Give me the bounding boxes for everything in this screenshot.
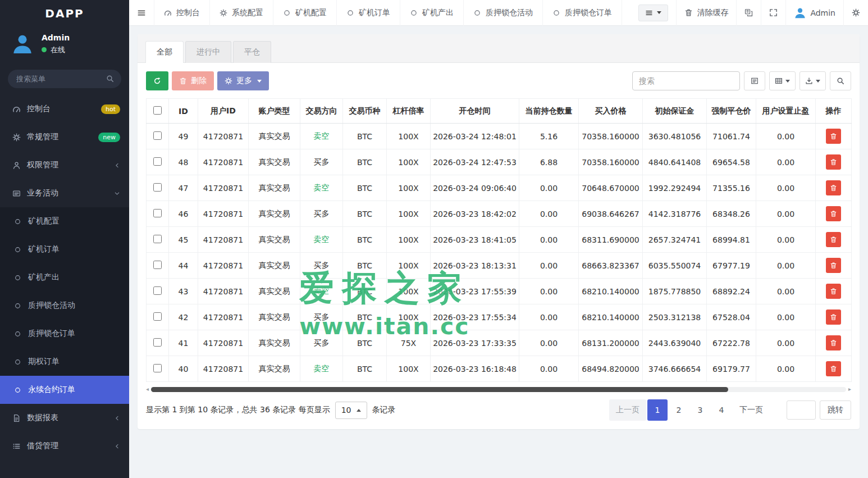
delete-row-button[interactable]: [826, 206, 841, 221]
scroll-left-icon[interactable]: [146, 386, 149, 392]
delete-row-button[interactable]: [826, 258, 841, 273]
refresh-button[interactable]: [146, 71, 168, 90]
sidebar-item-miner-output[interactable]: 矿机产出: [0, 263, 129, 292]
page-jump-input[interactable]: [787, 400, 816, 420]
sidebar-item-option-order[interactable]: 期权订单: [0, 348, 129, 376]
settings-button[interactable]: [843, 0, 868, 26]
sidebar-item-perpetual-order[interactable]: 永续合约订单: [0, 376, 129, 404]
header-cell[interactable]: ID: [169, 99, 198, 124]
page-1-button[interactable]: 1: [647, 399, 668, 421]
top-nav-miner-order[interactable]: 矿机订单: [336, 0, 400, 26]
records-summary: 显示第 1 到第 10 条记录，总共 36 条记录 每页显示 10 条记录: [146, 402, 396, 419]
delete-row-button[interactable]: [826, 335, 841, 350]
clear-cache-button[interactable]: 清除缓存: [676, 0, 736, 26]
row-checkbox[interactable]: [153, 261, 162, 269]
header-cell[interactable]: 操作: [816, 99, 852, 124]
sidebar: DAPP Admin 在线 控制台hot常规管理new权限管理业务活动矿机配置矿…: [0, 0, 129, 478]
language-button[interactable]: [736, 0, 761, 26]
table-search-input[interactable]: [632, 71, 740, 90]
chevron-left-icon: [114, 443, 120, 449]
sidebar-item-general[interactable]: 常规管理new: [0, 123, 129, 151]
page-2-button[interactable]: 2: [669, 399, 689, 421]
tab-all[interactable]: 全部: [145, 41, 184, 63]
top-nav-stake-order[interactable]: 质押锁仓订单: [542, 0, 622, 26]
sidebar-item-report[interactable]: 数据报表: [0, 404, 129, 432]
trash-icon: [830, 339, 837, 347]
page-size-select[interactable]: 10: [335, 402, 367, 419]
delete-row-button[interactable]: [826, 309, 841, 325]
header-cell[interactable]: 用户ID: [198, 99, 249, 124]
scroll-right-icon[interactable]: [848, 386, 851, 392]
more-button[interactable]: 更多: [217, 71, 269, 90]
header-cell[interactable]: 交易方向: [300, 99, 343, 124]
delete-button[interactable]: 删除: [172, 71, 214, 90]
row-checkbox[interactable]: [153, 286, 162, 295]
header-cell[interactable]: 账户类型: [249, 99, 300, 124]
nav-list-dropdown-button[interactable]: [638, 4, 668, 21]
header-cell[interactable]: 开仓时间: [431, 99, 519, 124]
delete-row-button[interactable]: [826, 284, 841, 299]
top-nav-miner-output[interactable]: 矿机产出: [400, 0, 463, 26]
orders-panel: 全部进行中平仓 删除 更多: [138, 34, 860, 429]
header-cell[interactable]: 强制平仓价: [707, 99, 756, 124]
sidebar-item-loan[interactable]: 借贷管理: [0, 432, 129, 460]
delete-row-button[interactable]: [826, 232, 841, 247]
top-nav-stake-activity[interactable]: 质押锁仓活动: [463, 0, 542, 26]
sidebar-item-permission[interactable]: 权限管理: [0, 151, 129, 179]
row-checkbox[interactable]: [153, 235, 162, 243]
top-nav-console[interactable]: 控制台: [154, 0, 209, 26]
row-checkbox[interactable]: [153, 312, 162, 321]
page-jump-button[interactable]: 跳转: [820, 400, 851, 420]
cell-leverage: 100X: [387, 124, 431, 149]
top-nav-system-config[interactable]: 系统配置: [209, 0, 273, 26]
header-cell[interactable]: 初始保证金: [643, 99, 707, 124]
sidebar-item-stake-activity[interactable]: 质押锁仓活动: [0, 292, 129, 320]
delete-row-button[interactable]: [826, 180, 841, 195]
sidebar-item-console[interactable]: 控制台hot: [0, 95, 129, 123]
page-4-button[interactable]: 4: [711, 399, 732, 421]
select-all-checkbox[interactable]: [153, 106, 162, 115]
page-3-button[interactable]: 3: [690, 399, 710, 421]
sidebar-toggle-button[interactable]: [129, 0, 154, 26]
delete-row-button[interactable]: [826, 154, 841, 170]
content-area: 全部进行中平仓 删除 更多: [129, 26, 868, 478]
page-size-value: 10: [341, 406, 351, 415]
menu-search-input[interactable]: [8, 70, 121, 88]
export-button[interactable]: [800, 71, 826, 90]
header-cell[interactable]: 买入价格: [579, 99, 643, 124]
cell-margin: 2443.639040: [643, 330, 707, 356]
tab-closed[interactable]: 平仓: [233, 41, 271, 63]
user-menu[interactable]: Admin: [785, 0, 843, 26]
cell-buy-price: 68210.140000: [579, 279, 643, 304]
page-next-button[interactable]: 下一页: [733, 399, 770, 421]
menu-label: 矿机订单: [28, 244, 60, 254]
delete-row-button[interactable]: [826, 129, 841, 144]
sidebar-item-miner-order[interactable]: 矿机订单: [0, 235, 129, 263]
row-checkbox[interactable]: [153, 209, 162, 217]
row-checkbox[interactable]: [153, 183, 162, 192]
cell-leverage: 75X: [387, 330, 431, 356]
row-checkbox[interactable]: [153, 157, 162, 166]
sidebar-item-stake-order[interactable]: 质押锁仓订单: [0, 320, 129, 348]
header-cell[interactable]: 用户设置止盈: [756, 99, 816, 124]
row-checkbox[interactable]: [153, 364, 162, 372]
fullscreen-button[interactable]: [761, 0, 785, 26]
cell-take-profit: 0.00: [756, 330, 816, 356]
header-cell[interactable]: 当前持仓数量: [519, 99, 579, 124]
columns-button[interactable]: [769, 71, 796, 90]
sidebar-item-business[interactable]: 业务活动: [0, 179, 129, 207]
sidebar-item-miner-config[interactable]: 矿机配置: [0, 207, 129, 235]
row-checkbox[interactable]: [153, 131, 162, 140]
delete-row-button[interactable]: [826, 361, 841, 376]
search-toggle-button[interactable]: [830, 71, 851, 90]
tab-running[interactable]: 进行中: [185, 41, 231, 63]
header-cell[interactable]: 杠杆倍率: [387, 99, 431, 124]
top-nav-miner-config[interactable]: 矿机配置: [273, 0, 336, 26]
scrollbar-thumb[interactable]: [151, 387, 728, 392]
scrollbar-track[interactable]: [151, 387, 846, 392]
header-cell[interactable]: 交易币种: [343, 99, 387, 124]
page-prev-button[interactable]: 上一页: [609, 399, 646, 421]
detail-view-button[interactable]: [744, 71, 765, 90]
row-checkbox[interactable]: [153, 338, 162, 347]
cell-checkbox: [147, 149, 169, 175]
